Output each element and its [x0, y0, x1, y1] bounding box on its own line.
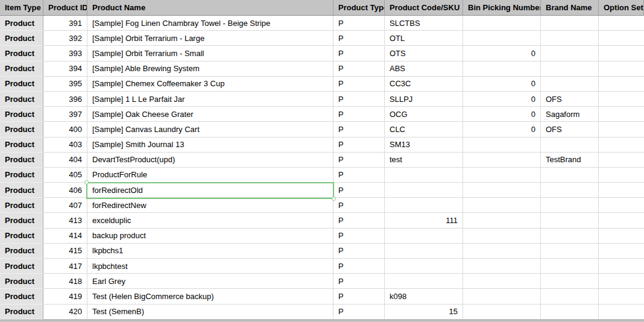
cell-item-type[interactable]: Product [0, 16, 43, 31]
cell-product-id[interactable]: 400 [43, 122, 87, 137]
cell-item-type[interactable]: Product [0, 305, 43, 320]
cell-bin-picking-number[interactable] [463, 289, 541, 304]
cell-sku[interactable]: OCG [385, 107, 463, 122]
cell-item-type[interactable]: Product [0, 107, 43, 122]
cell-item-type[interactable]: Product [0, 229, 43, 244]
cell-brand-name[interactable] [541, 259, 599, 274]
cell-product-name[interactable]: [Sample] Smith Journal 13 [87, 137, 333, 153]
cell-brand-name[interactable] [541, 274, 599, 289]
cell-sku[interactable]: 111 [385, 213, 463, 228]
cell-bin-picking-number[interactable] [463, 31, 541, 46]
cell-product-type[interactable]: P [333, 244, 385, 259]
cell-option-set[interactable] [599, 107, 644, 122]
cell-product-name[interactable]: [Sample] Orbit Terrarium - Small [87, 46, 333, 61]
cell-sku[interactable] [385, 274, 463, 289]
cell-sku[interactable]: 15 [385, 305, 463, 320]
cell-product-id[interactable]: 414 [43, 229, 87, 244]
cell-brand-name[interactable] [541, 305, 599, 320]
cell-brand-name[interactable] [541, 16, 599, 31]
cell-product-id[interactable]: 406 [43, 183, 87, 198]
cell-product-id[interactable]: 392 [43, 31, 87, 46]
cell-product-id[interactable]: 420 [43, 305, 87, 320]
cell-item-type[interactable]: Product [0, 46, 43, 61]
cell-brand-name[interactable] [541, 244, 599, 259]
cell-product-type[interactable]: P [333, 305, 385, 320]
cell-option-set[interactable] [599, 289, 644, 304]
cell-product-id[interactable]: 419 [43, 289, 87, 304]
cell-item-type[interactable]: Product [0, 153, 43, 168]
cell-bin-picking-number[interactable] [463, 153, 541, 168]
cell-brand-name[interactable] [541, 31, 599, 46]
cell-product-type[interactable]: P [333, 31, 385, 46]
cell-bin-picking-number[interactable] [463, 137, 541, 153]
cell-product-name[interactable]: [Sample] Able Brewing System [87, 62, 333, 77]
cell-brand-name[interactable] [541, 229, 599, 244]
cell-item-type[interactable]: Product [0, 122, 43, 137]
cell-bin-picking-number[interactable]: 0 [463, 107, 541, 122]
selection-handle-bottom-right[interactable] [332, 197, 336, 201]
cell-bin-picking-number[interactable] [463, 274, 541, 289]
cell-sku[interactable]: SLLPJ [385, 92, 463, 107]
cell-bin-picking-number[interactable] [463, 213, 541, 228]
cell-option-set[interactable] [599, 213, 644, 228]
cell-product-type[interactable]: P [333, 46, 385, 61]
cell-product-name[interactable]: Test (Helen BigCommerce backup) [87, 289, 333, 304]
cell-sku[interactable]: ABS [385, 62, 463, 77]
cell-product-name[interactable]: lkpbchs1 [87, 244, 333, 259]
cell-brand-name[interactable]: OFS [541, 122, 599, 137]
column-header-product-code-sku[interactable]: Product Code/SKU [385, 0, 463, 16]
cell-product-type[interactable]: P [333, 77, 385, 92]
cell-product-id[interactable]: 415 [43, 244, 87, 259]
cell-brand-name[interactable] [541, 62, 599, 77]
cell-product-type[interactable]: P [333, 168, 385, 183]
cell-brand-name[interactable] [541, 137, 599, 153]
cell-item-type[interactable]: Product [0, 259, 43, 274]
cell-sku[interactable]: SM13 [385, 137, 463, 153]
cell-bin-picking-number[interactable]: 0 [463, 92, 541, 107]
cell-item-type[interactable]: Product [0, 92, 43, 107]
cell-bin-picking-number[interactable] [463, 244, 541, 259]
cell-option-set[interactable] [599, 77, 644, 92]
cell-bin-picking-number[interactable]: 0 [463, 77, 541, 92]
cell-sku[interactable]: test [385, 153, 463, 168]
cell-product-id[interactable]: 394 [43, 62, 87, 77]
cell-option-set[interactable] [599, 62, 644, 77]
cell-product-id[interactable]: 407 [43, 198, 87, 213]
cell-option-set[interactable] [599, 305, 644, 320]
cell-option-set[interactable] [599, 122, 644, 137]
cell-option-set[interactable] [599, 244, 644, 259]
cell-brand-name[interactable] [541, 289, 599, 304]
cell-product-type[interactable]: P [333, 198, 385, 213]
cell-product-type[interactable]: P [333, 229, 385, 244]
cell-product-type[interactable]: P [333, 274, 385, 289]
cell-product-name[interactable]: ProductForRule [87, 168, 333, 183]
cell-product-id[interactable]: 417 [43, 259, 87, 274]
cell-brand-name[interactable] [541, 213, 599, 228]
cell-product-type[interactable]: P [333, 289, 385, 304]
cell-bin-picking-number[interactable] [463, 198, 541, 213]
cell-option-set[interactable] [599, 259, 644, 274]
cell-product-name[interactable]: forRedirectNew [87, 198, 333, 213]
cell-sku[interactable]: OTS [385, 46, 463, 61]
selection-handle-top-left[interactable] [84, 180, 89, 185]
cell-sku[interactable] [385, 259, 463, 274]
cell-product-type[interactable]: P [333, 107, 385, 122]
cell-bin-picking-number[interactable] [463, 229, 541, 244]
cell-item-type[interactable]: Product [0, 62, 43, 77]
cell-item-type[interactable]: Product [0, 198, 43, 213]
cell-product-id[interactable]: 397 [43, 107, 87, 122]
cell-brand-name[interactable] [541, 198, 599, 213]
cell-sku[interactable] [385, 168, 463, 183]
cell-product-id[interactable]: 404 [43, 153, 87, 168]
cell-sku[interactable] [385, 229, 463, 244]
cell-item-type[interactable]: Product [0, 244, 43, 259]
cell-item-type[interactable]: Product [0, 137, 43, 153]
cell-option-set[interactable] [599, 31, 644, 46]
cell-product-name[interactable]: [Sample] Orbit Terrarium - Large [87, 31, 333, 46]
cell-product-name[interactable]: lkpbchtest [87, 259, 333, 274]
cell-item-type[interactable]: Product [0, 183, 43, 198]
cell-option-set[interactable] [599, 153, 644, 168]
cell-product-type[interactable]: P [333, 259, 385, 274]
cell-product-type[interactable]: P [333, 153, 385, 168]
cell-brand-name[interactable]: Sagaform [541, 107, 599, 122]
